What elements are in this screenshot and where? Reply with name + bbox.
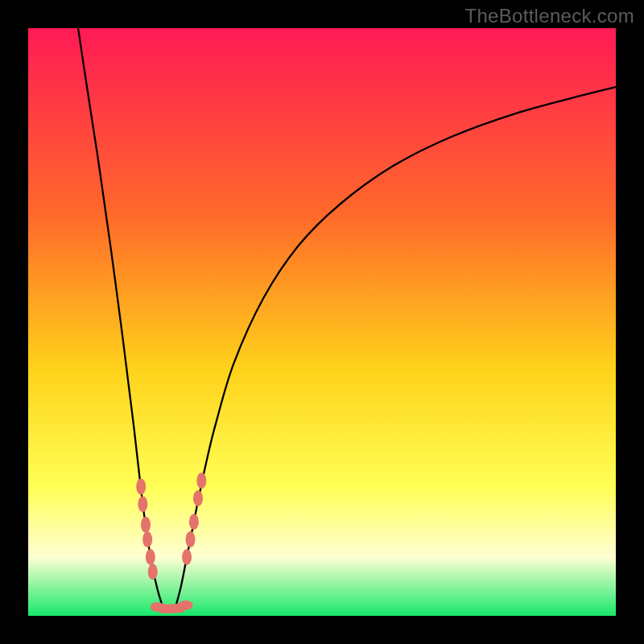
bead [136,478,146,494]
bead [189,514,199,530]
bead [179,601,193,610]
bead [196,473,206,489]
bead [185,531,195,547]
bead [138,496,147,512]
watermark-text: TheBottleneck.com [464,5,634,27]
bead [193,490,203,506]
bead [146,549,155,565]
curve-left-arm [78,28,163,609]
chart-frame: TheBottleneck.com [0,0,644,644]
plot-area [28,28,616,616]
bead [141,517,151,533]
bead [142,531,152,547]
curve-right-arm [175,87,617,609]
curve-beads [136,473,206,613]
bead [148,564,158,580]
bottleneck-curve [28,28,616,616]
bead [182,549,192,565]
